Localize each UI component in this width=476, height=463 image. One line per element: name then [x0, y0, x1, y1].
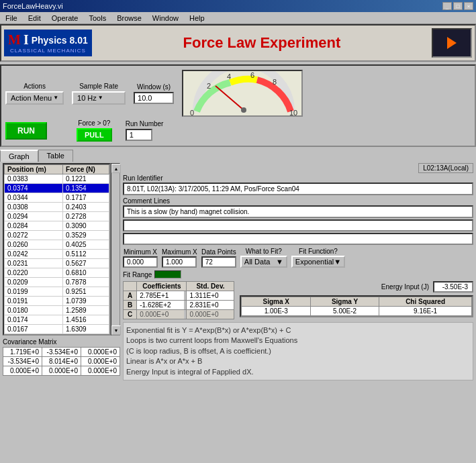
- std-dev-header: Std. Dev.: [187, 282, 234, 291]
- what-to-fit-dropdown[interactable]: All Data ▼: [240, 256, 287, 268]
- pull-button[interactable]: PULL: [77, 128, 112, 142]
- table-row[interactable]: 0.02720.3529: [5, 231, 109, 240]
- close-button[interactable]: ×: [464, 2, 473, 10]
- col-header-position: Position (m): [5, 165, 63, 174]
- logo-i: I: [23, 32, 29, 48]
- menu-edit[interactable]: Edit: [26, 14, 44, 22]
- menu-help[interactable]: Help: [187, 14, 207, 22]
- video-icon[interactable]: [432, 28, 472, 58]
- fit-range-label: Fit Range: [123, 271, 152, 278]
- coeff-row: B: [124, 301, 234, 310]
- title-bar-buttons: _ □ ×: [442, 2, 473, 10]
- data-points-input[interactable]: [201, 256, 236, 268]
- comment-line-3[interactable]: [123, 233, 473, 245]
- table-scrollbar[interactable]: ▲ ▼: [111, 163, 120, 336]
- coeff-b-stddev-input[interactable]: [187, 301, 234, 309]
- fit-function-value: Exponential: [295, 258, 334, 266]
- table-row[interactable]: 0.01741.4516: [5, 315, 109, 325]
- table-row[interactable]: 0.01911.0739: [5, 297, 109, 306]
- force-label: Force > 0?: [77, 119, 112, 127]
- table-row[interactable]: 0.02420.5112: [5, 250, 109, 259]
- min-x-input[interactable]: [123, 256, 158, 268]
- action-menu-dropdown[interactable]: Action Menu ▼: [5, 91, 64, 105]
- svg-text:8: 8: [273, 78, 277, 86]
- sample-rate-arrow-icon: ▼: [98, 95, 103, 101]
- description-text: Exponential fit is Y = A*exp(B*x) or A*e…: [123, 322, 473, 380]
- logo-subtitle: CLASSICAL MECHANICS: [10, 48, 86, 54]
- chi-squared-value: 9.16E-1: [379, 307, 472, 316]
- coeff-c-value-input: [137, 310, 184, 319]
- logo-box: M I Physics 8.01 CLASSICAL MECHANICS: [4, 30, 92, 56]
- desc-line-3: (C is loop radius, B is offset, A is coe…: [126, 346, 470, 356]
- table-row[interactable]: 0.02600.4025: [5, 240, 109, 250]
- what-to-fit-label: What to Fit?: [240, 248, 287, 255]
- menu-window[interactable]: Window: [150, 14, 181, 22]
- menu-browse[interactable]: Browse: [114, 14, 144, 22]
- run-number-input[interactable]: [126, 129, 152, 141]
- table-row[interactable]: 0.02310.5627: [5, 259, 109, 268]
- maximize-button[interactable]: □: [453, 2, 463, 10]
- table-row[interactable]: 0.03440.1717: [5, 193, 109, 203]
- comment-lines-label: Comment Lines: [123, 197, 473, 205]
- comment-line-2[interactable]: [123, 219, 473, 232]
- sigma-x-header: Sigma X: [242, 297, 311, 307]
- run-number-group: Run Number: [126, 120, 164, 141]
- coeff-row: C: [124, 310, 234, 319]
- table-row[interactable]: 0.01671.6309: [5, 325, 109, 334]
- sample-rate-group: Sample Rate 10 Hz ▼: [72, 83, 126, 105]
- table-row[interactable]: 0.02090.7878: [5, 278, 109, 287]
- coeff-row: A: [124, 291, 234, 301]
- fit-range-bar[interactable]: [154, 270, 181, 278]
- table-row[interactable]: 0.01801.2589: [5, 306, 109, 315]
- svg-text:6: 6: [250, 71, 254, 79]
- table-row[interactable]: 0.03830.1221: [5, 174, 109, 184]
- fit-function-dropdown[interactable]: Exponential ▼: [291, 256, 345, 268]
- window-input[interactable]: [134, 92, 174, 104]
- svg-text:4: 4: [227, 72, 231, 81]
- svg-text:2: 2: [207, 82, 211, 90]
- energy-value: -3.50E-3: [433, 281, 473, 293]
- run-number-label: Run Number: [126, 120, 164, 127]
- play-icon: [447, 37, 457, 49]
- run-identifier-label: Run Identifier: [123, 174, 473, 182]
- sample-rate-value: 10 Hz: [77, 94, 97, 102]
- scroll-up-button[interactable]: ▲: [111, 164, 121, 173]
- comment-line-1[interactable]: This is a slow (by hand) magnet collisio…: [123, 205, 473, 218]
- menu-tools[interactable]: Tools: [86, 14, 109, 22]
- table-row[interactable]: 0.02840.3090: [5, 221, 109, 231]
- menu-operate[interactable]: Operate: [49, 14, 81, 22]
- fit-function-arrow-icon: ▼: [334, 258, 341, 266]
- coefficients-section: Coefficients Std. Dev. ABC: [123, 281, 234, 319]
- coeff-a-value-input[interactable]: [137, 291, 184, 300]
- tabs-row: Graph Table: [0, 150, 476, 162]
- menu-file[interactable]: File: [3, 14, 20, 22]
- title-bar: ForceLawHeavy.vi _ □ ×: [0, 0, 476, 12]
- table-row[interactable]: 0.01990.9251: [5, 287, 109, 297]
- coeff-a-stddev-input[interactable]: [187, 291, 234, 300]
- tab-graph[interactable]: Graph: [0, 150, 38, 162]
- tab-table[interactable]: Table: [38, 150, 73, 162]
- coeff-b-value-input[interactable]: [137, 301, 184, 309]
- minimize-button[interactable]: _: [442, 2, 452, 10]
- table-row[interactable]: 0.03080.2403: [5, 203, 109, 212]
- scroll-down-button[interactable]: ▼: [111, 325, 121, 335]
- table-row[interactable]: 0.03740.1354: [5, 184, 109, 193]
- gauge-svg: 0 2 4 6 8 10: [183, 71, 303, 117]
- covariance-section: Covariance Matrix 1.719E+0-3.534E+00.000…: [3, 338, 120, 376]
- max-x-input[interactable]: [162, 256, 197, 268]
- min-x-group: Minimum X: [123, 248, 158, 268]
- table-row[interactable]: 0.02200.6810: [5, 268, 109, 278]
- sample-rate-dropdown[interactable]: 10 Hz ▼: [72, 91, 126, 105]
- data-points-group: Data Points: [201, 248, 236, 268]
- app-title: Force Law Experiment: [97, 34, 426, 52]
- menu-bar: File Edit Operate Tools Browse Window He…: [0, 12, 476, 24]
- run-button[interactable]: RUN: [5, 122, 47, 140]
- coeff-energy-row: Coefficients Std. Dev. ABC Energy Input …: [123, 281, 473, 319]
- desc-line-5: Energy Input is integral of Fapplied dX.: [126, 367, 470, 377]
- energy-sigma-section: Energy Input (J) -3.50E-3 Sigma X Sigma …: [240, 281, 473, 317]
- dropdown-arrow-icon: ▼: [53, 95, 58, 101]
- table-row[interactable]: 0.02940.2728: [5, 212, 109, 221]
- run-identifier-value: 8.01T, L02(13A): 3/17/2005, 11:29 AM, Po…: [123, 183, 473, 195]
- col-header-force: Force (N): [63, 165, 109, 174]
- sigma-y-value: 5.00E-2: [310, 307, 379, 316]
